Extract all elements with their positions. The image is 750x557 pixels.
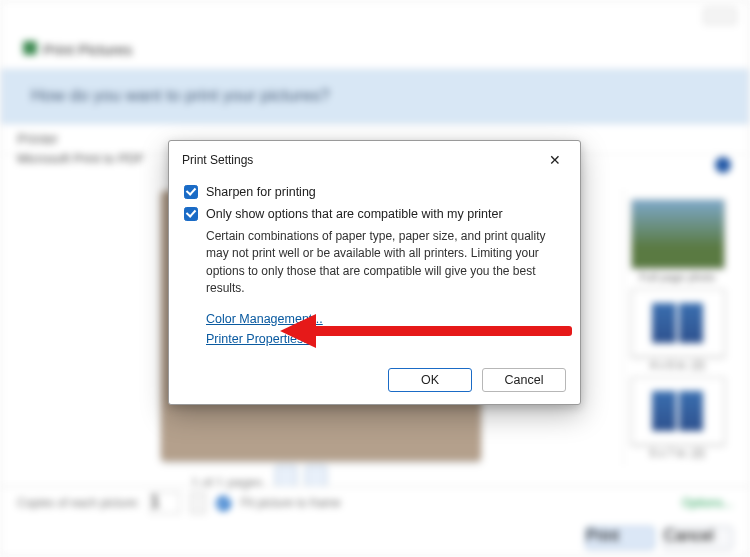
ok-button[interactable]: OK (388, 368, 472, 392)
thumb-fullpage[interactable] (631, 199, 725, 269)
close-icon[interactable]: ✕ (543, 151, 567, 169)
dialog-titlebar: Print Settings ✕ (169, 141, 580, 177)
fitframe-checkbox[interactable] (216, 496, 231, 511)
layout-thumbnails: Full page photo 4 x 6 in. (2) 5 x 7 in. … (623, 189, 731, 466)
color-management-link[interactable]: Color Management... (206, 312, 323, 326)
copies-label: Copies of each picture: (17, 496, 140, 510)
sharpen-checkbox[interactable] (184, 185, 198, 199)
sharpen-label: Sharpen for printing (206, 184, 316, 201)
parent-action-buttons: Print Cancel (585, 526, 733, 550)
compat-description: Certain combinations of paper type, pape… (206, 228, 565, 298)
dialog-title: Print Settings (182, 153, 253, 167)
thumb-label-1: 4 x 6 in. (2) (628, 359, 727, 371)
copies-input[interactable]: 1 (150, 492, 180, 514)
fitframe-label: Fit picture to frame (241, 496, 341, 510)
thumb-4x6[interactable] (631, 289, 725, 357)
cancel-button[interactable]: Cancel (482, 368, 566, 392)
parent-close-button[interactable] (703, 7, 737, 25)
printer-properties-link[interactable]: Printer Properties... (206, 332, 314, 346)
thumb-label-0: Full page photo (628, 271, 727, 283)
picture-icon (23, 41, 37, 55)
compat-label: Only show options that are compatible wi… (206, 206, 503, 223)
print-button[interactable]: Print (585, 526, 655, 550)
parent-footer: Copies of each picture: 1 Fit picture to… (1, 486, 749, 518)
help-icon[interactable] (715, 157, 731, 173)
parent-prompt: How do you want to print your pictures? (1, 69, 749, 124)
next-page-button[interactable] (305, 465, 327, 487)
options-link[interactable]: Options... (682, 496, 733, 510)
dialog-footer: OK Cancel (169, 360, 580, 404)
parent-cancel-button[interactable]: Cancel (663, 526, 733, 550)
prev-page-button[interactable] (275, 465, 297, 487)
thumb-label-2: 5 x 7 in. (2) (628, 447, 727, 459)
copies-stepper[interactable] (190, 492, 206, 514)
compat-checkbox[interactable] (184, 207, 198, 221)
parent-title: Print Pictures (43, 41, 132, 58)
thumb-5x7[interactable] (631, 377, 725, 445)
print-settings-dialog: Print Settings ✕ Sharpen for printing On… (168, 140, 581, 405)
